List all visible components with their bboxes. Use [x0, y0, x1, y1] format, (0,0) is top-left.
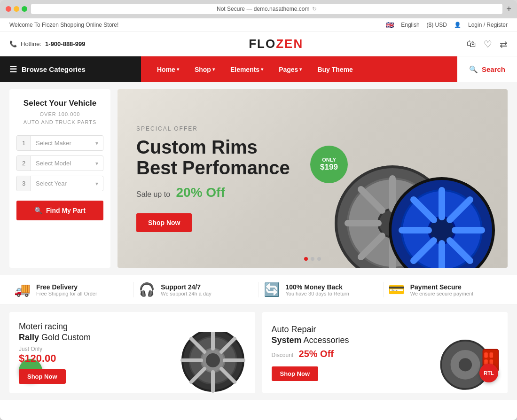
search-label: Search [482, 65, 505, 73]
address-bar[interactable]: Not Secure — demo.nasatheme.com ↻ [31, 4, 502, 14]
logo[interactable]: FLOZEN [249, 37, 303, 51]
nav-pages-label: Pages [279, 66, 298, 73]
badge-price: $199 [320, 163, 338, 172]
nav-link-pages[interactable]: Pages ▾ [272, 66, 308, 73]
feature-support-title: Support 24/7 [161, 283, 211, 291]
vehicle-selector-subtitle: OVER 100.000 AUTO AND TRUCK PARTS [16, 110, 103, 126]
search-icon: 🔍 [469, 65, 478, 74]
chevron-down-icon: ▾ [212, 67, 215, 72]
dot-close[interactable] [6, 6, 11, 12]
phone-icon: 📞 [9, 40, 17, 47]
sale-prefix: Sale up to [136, 190, 170, 198]
currency-label[interactable]: ($) USD [427, 22, 447, 28]
nav-link-home[interactable]: Home ▾ [150, 66, 186, 73]
hotline-number[interactable]: 1-900-888-999 [45, 40, 85, 47]
chevron-down-icon: ▾ [261, 67, 263, 72]
hotline: 📞 Hotline: 1-900-888-999 [9, 40, 85, 47]
money-back-icon: 🔄 [264, 282, 280, 297]
feature-delivery-title: Free Delivery [36, 283, 97, 291]
logo-flo: FLO [249, 37, 276, 51]
feature-support-text: Support 24/7 We support 24h a day [161, 283, 211, 296]
promo-card-2: Auto Repair System Accessories Discount … [262, 312, 508, 393]
hero-slider-dots [304, 257, 321, 261]
promo-1-shop-button[interactable]: Shop Now [19, 369, 66, 384]
hotline-label: Hotline: [21, 40, 41, 47]
browse-categories-button[interactable]: ☰ Browse Categories [0, 56, 141, 82]
language-label[interactable]: English [401, 22, 419, 28]
select-model-row: 2 Select Model ▾ [16, 156, 103, 171]
hero-price-badge: ONLY $199 [310, 146, 348, 183]
promo-2-discount-value: 25% Off [299, 349, 334, 359]
feature-money-back: 🔄 100% Money Back You have 30 days to Re… [258, 282, 383, 297]
support-icon: 🎧 [139, 282, 155, 297]
hero-shop-now-button[interactable]: Shop Now [136, 213, 192, 232]
navigation: ☰ Browse Categories Home ▾ Shop ▾ Elemen… [0, 56, 517, 82]
hero-dot-1[interactable] [304, 257, 308, 261]
hero-dot-2[interactable] [311, 257, 314, 261]
select-year-dropdown[interactable]: Select Year [31, 176, 91, 191]
nav-link-shop[interactable]: Shop ▾ [188, 66, 221, 73]
promo-2-title: Auto Repair System Accessories [272, 324, 499, 346]
nav-elements-label: Elements [230, 66, 259, 73]
hero-content: SPECICAL OFFER Custom Rims Best Perfoman… [136, 125, 290, 232]
search-icon: 🔍 [34, 207, 42, 214]
delivery-icon: 🚚 [14, 282, 31, 297]
find-my-part-button[interactable]: 🔍 Find My Part [16, 201, 103, 220]
chevron-down-icon: ▾ [177, 67, 179, 72]
hero-dot-3[interactable] [317, 257, 321, 261]
promo-1-title-end: Gold Custom [41, 333, 91, 342]
hero-title: Custom Rims Best Perfomance [136, 137, 290, 178]
promo-2-shop-button[interactable]: Shop Now [272, 366, 319, 381]
feature-money-back-text: 100% Money Back You have 30 days to Retu… [286, 283, 349, 296]
promo-2-title-normal: Auto Repair [272, 325, 316, 334]
browser-dots [6, 6, 27, 12]
header: 📞 Hotline: 1-900-888-999 FLOZEN 🛍 ♡ ⇄ [0, 32, 517, 56]
browser-chrome: Not Secure — demo.nasatheme.com ↻ + [0, 0, 517, 18]
browser-window: Not Secure — demo.nasatheme.com ↻ + Welc… [0, 0, 517, 420]
nav-link-elements[interactable]: Elements ▾ [224, 66, 270, 73]
promo-1-title-normal: Moteri racing [19, 322, 68, 331]
hamburger-icon: ☰ [9, 64, 17, 75]
auth-link[interactable]: Login / Register [468, 22, 508, 28]
feature-payment-subtitle: We ensure secure payment [410, 291, 473, 296]
select-model-dropdown[interactable]: Select Model [31, 156, 91, 171]
address-text: Not Secure — demo.nasatheme.com [217, 6, 309, 12]
top-bar-right: 🇬🇧 English ($) USD 👤 Login / Register [386, 21, 508, 29]
select-year-row: 3 Select Year ▾ [16, 176, 103, 191]
feature-free-delivery: 🚚 Free Delivery Free Shipping for all Or… [9, 282, 133, 297]
dot-maximize[interactable] [22, 6, 27, 12]
select-maker-num: 1 [17, 136, 31, 150]
new-tab-button[interactable]: + [506, 4, 511, 14]
promo-2-title-bold: System [272, 335, 302, 345]
buy-theme-button[interactable]: Buy Theme [311, 66, 359, 73]
feature-money-back-subtitle: You have 30 days to Return [286, 291, 349, 296]
feature-payment-text: Payment Secure We ensure secure payment [410, 283, 473, 296]
compare-icon[interactable]: ⇄ [500, 39, 508, 50]
refresh-icon[interactable]: ↻ [312, 6, 317, 12]
top-bar: Welcome To Flozen Shopping Online Store!… [0, 18, 517, 32]
cart-icon[interactable]: 🛍 [467, 39, 476, 50]
hero-offer-label: SPECICAL OFFER [136, 125, 290, 132]
wishlist-icon[interactable]: ♡ [484, 39, 492, 50]
hero-banner: SPECICAL OFFER Custom Rims Best Perfoman… [118, 89, 508, 268]
chevron-down-icon: ▾ [91, 177, 103, 191]
payment-icon: 💳 [388, 282, 405, 297]
nav-shop-label: Shop [195, 66, 211, 73]
search-button[interactable]: 🔍 Search [457, 56, 517, 82]
badge-only-label: ONLY [322, 157, 336, 163]
nav-home-label: Home [157, 66, 175, 73]
promo-1-title: Moteri racing Rally Gold Custom [19, 321, 246, 343]
promo-card-1: Moteri racing Rally Gold Custom Just Onl… [9, 312, 255, 393]
feature-delivery-text: Free Delivery Free Shipping for all Orde… [36, 283, 97, 296]
user-icon: 👤 [454, 22, 461, 28]
select-maker-dropdown[interactable]: Select Maker [31, 136, 91, 150]
feature-payment-title: Payment Secure [410, 283, 473, 291]
promo-1-just-only: Just Only [19, 346, 246, 352]
welcome-message: Welcome To Flozen Shopping Online Store! [9, 22, 118, 28]
chevron-down-icon: ▾ [299, 67, 302, 72]
vehicle-selector-title: Select Your Vehicle [16, 99, 103, 108]
select-maker-row: 1 Select Maker ▾ [16, 135, 103, 151]
dot-minimize[interactable] [14, 6, 19, 12]
feature-delivery-subtitle: Free Shipping for all Order [36, 291, 97, 296]
promo-1-price: $120.00 [19, 352, 246, 365]
